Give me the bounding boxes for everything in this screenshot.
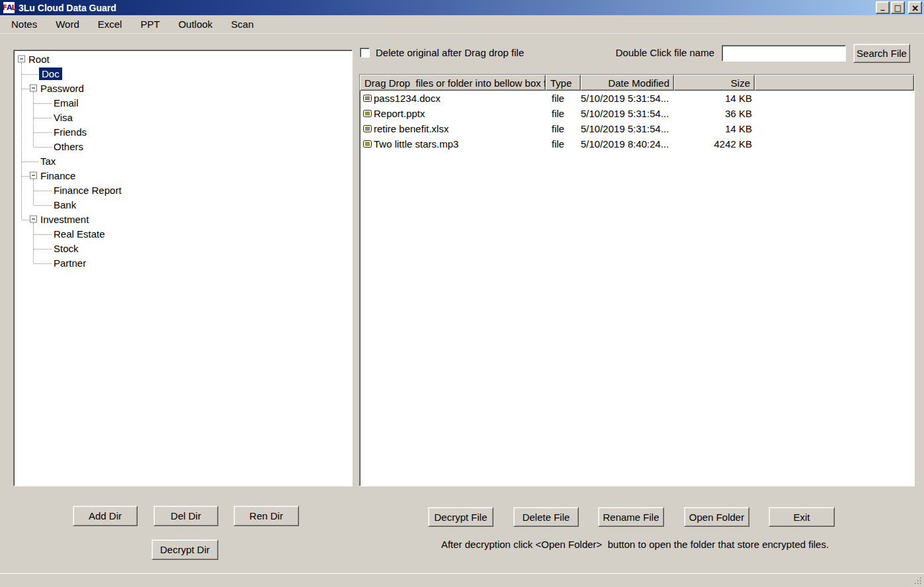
menu-outlook[interactable]: Outlook: [172, 17, 220, 32]
file-date-modified: 5/10/2019 5:31:54...: [581, 93, 674, 104]
menu-notes[interactable]: Notes: [5, 17, 44, 32]
tree-item-tax[interactable]: Tax: [14, 154, 352, 168]
tree-item-email[interactable]: Email: [14, 95, 352, 110]
delete-original-label: Delete original after Drag drop file: [376, 47, 524, 58]
collapse-icon[interactable]: [18, 56, 25, 63]
tree-item-finance[interactable]: Finance: [14, 168, 352, 183]
file-row[interactable]: Two little stars.mp3 file 5/10/2019 8:40…: [360, 136, 914, 152]
column-header-type[interactable]: Type: [546, 75, 581, 91]
app-window: FAL 3Lu Cloud Data Guard _ □ × Notes Wor…: [0, 0, 924, 587]
resize-grip-icon[interactable]: [913, 576, 923, 586]
search-input[interactable]: [722, 45, 846, 62]
file-size: 14 KB: [674, 123, 755, 134]
title-bar: FAL 3Lu Cloud Data Guard _ □ ×: [0, 0, 924, 15]
file-row[interactable]: Report.pptx file 5/10/2019 5:31:54... 36…: [360, 106, 914, 121]
decrypt-dir-button[interactable]: Decrypt Dir: [151, 539, 218, 560]
collapse-icon[interactable]: [30, 172, 37, 179]
close-button[interactable]: ×: [908, 1, 922, 14]
add-dir-button[interactable]: Add Dir: [73, 506, 138, 526]
rename-file-button[interactable]: Rename File: [598, 507, 664, 527]
menu-word[interactable]: Word: [49, 17, 86, 32]
decrypt-file-button[interactable]: Decrypt File: [428, 507, 493, 527]
file-row[interactable]: retire benefit.xlsx file 5/10/2019 5:31:…: [360, 121, 914, 136]
file-type: file: [546, 93, 581, 104]
tree-item-others[interactable]: Others: [14, 139, 352, 154]
tree-item-doc[interactable]: Doc: [14, 66, 352, 81]
file-date-modified: 5/10/2019 5:31:54...: [581, 123, 674, 134]
file-size: 36 KB: [674, 108, 755, 119]
column-header-date-modified[interactable]: Date Modified: [581, 75, 674, 91]
search-file-button[interactable]: Search File: [853, 44, 910, 63]
file-type: file: [546, 138, 581, 150]
exit-button[interactable]: Exit: [769, 507, 835, 527]
file-name: retire benefit.xlsx: [374, 123, 448, 134]
maximize-icon: □: [894, 4, 902, 12]
tree-item-finance-report[interactable]: Finance Report: [14, 183, 352, 197]
selected-tree-item: Doc: [39, 68, 62, 80]
column-header-size[interactable]: Size: [674, 75, 755, 91]
maximize-button[interactable]: □: [891, 1, 905, 14]
file-icon: [363, 140, 372, 148]
collapse-icon[interactable]: [30, 216, 37, 223]
file-date-modified: 5/10/2019 8:40:24...: [581, 138, 674, 150]
menu-bar: Notes Word Excel PPT Outlook Scan: [0, 15, 924, 34]
file-list: Drag Drop files or folder into bellow bo…: [359, 74, 915, 486]
column-header-filler: [755, 75, 914, 91]
file-size: 14 KB: [674, 93, 755, 104]
search-label: Double Click file name: [599, 47, 714, 58]
delete-file-button[interactable]: Delete File: [513, 507, 579, 527]
file-icon: [363, 109, 372, 118]
tree-item-investment[interactable]: Investment: [14, 212, 352, 226]
tree-item-password[interactable]: Password: [14, 81, 352, 95]
file-date-modified: 5/10/2019 5:31:54...: [581, 108, 674, 119]
file-size: 4242 KB: [674, 138, 755, 150]
menu-excel[interactable]: Excel: [91, 17, 129, 32]
tree-item-visa[interactable]: Visa: [14, 110, 352, 124]
tree-item-real-estate[interactable]: Real Estate: [14, 226, 352, 241]
file-list-header: Drag Drop files or folder into bellow bo…: [360, 75, 914, 91]
minimize-button[interactable]: _: [876, 1, 890, 14]
ren-dir-button[interactable]: Ren Dir: [233, 506, 299, 526]
app-logo-icon: FAL: [3, 2, 15, 13]
tree-item-friends[interactable]: Friends: [14, 124, 352, 139]
close-icon: ×: [911, 3, 919, 13]
tree-item-partner[interactable]: Partner: [14, 255, 352, 270]
tree-item-bank[interactable]: Bank: [14, 197, 352, 212]
window-controls: _ □ ×: [876, 1, 922, 14]
file-type: file: [546, 108, 581, 119]
directory-tree: Root Doc Password Email Visa Friends Oth…: [13, 50, 353, 486]
file-icon: [363, 124, 372, 133]
file-name: Report.pptx: [374, 108, 425, 119]
tree-item-stock[interactable]: Stock: [14, 241, 352, 255]
menu-ppt[interactable]: PPT: [134, 17, 166, 32]
window-title: 3Lu Cloud Data Guard: [19, 3, 116, 13]
minimize-icon: _: [881, 2, 885, 10]
collapse-icon[interactable]: [30, 85, 37, 92]
file-name: Two little stars.mp3: [374, 138, 458, 150]
help-text: After decryption click <Open Folder> but…: [417, 539, 853, 550]
tree-item-root[interactable]: Root: [14, 52, 352, 66]
menu-scan[interactable]: Scan: [224, 17, 260, 32]
delete-original-checkbox[interactable]: [360, 48, 370, 58]
open-folder-button[interactable]: Open Folder: [684, 507, 749, 527]
column-header-name[interactable]: Drag Drop files or folder into bellow bo…: [360, 75, 546, 91]
file-type: file: [546, 123, 581, 134]
file-icon: [363, 94, 372, 103]
status-bar: [0, 573, 924, 587]
file-row[interactable]: pass1234.docx file 5/10/2019 5:31:54... …: [360, 91, 914, 106]
del-dir-button[interactable]: Del Dir: [153, 506, 218, 526]
file-name: pass1234.docx: [374, 93, 441, 104]
